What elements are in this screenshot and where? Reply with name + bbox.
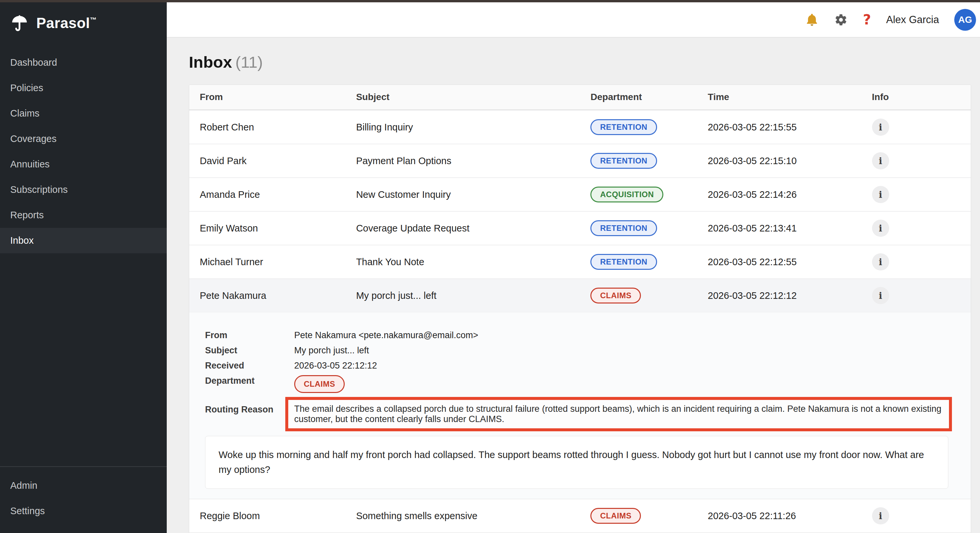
table-row[interactable]: Emily Watson Coverage Update Request RET… <box>189 211 971 245</box>
row-time: 2026-03-05 22:12:12 <box>697 290 861 301</box>
col-header-department: Department <box>580 92 697 102</box>
detail-subject-row: Subject My porch just... left <box>205 345 952 356</box>
info-icon[interactable]: i <box>872 507 889 524</box>
table-row-selected[interactable]: Pete Nakamura My porch just... left CLAI… <box>189 278 971 312</box>
info-icon[interactable]: i <box>872 152 889 169</box>
table-row[interactable]: Robert Chen Billing Inquiry RETENTION 20… <box>189 110 971 144</box>
sidebar-footer: Admin Settings <box>0 466 167 533</box>
sidebar-item-settings[interactable]: Settings <box>0 498 167 524</box>
table-row[interactable]: Michael Turner Thank You Note RETENTION … <box>189 245 971 278</box>
row-from: Emily Watson <box>189 223 345 234</box>
main-area: ? Alex Garcia AG Inbox(11) From Subject … <box>167 2 980 533</box>
table-header: From Subject Department Time Info <box>189 85 971 110</box>
detail-from-value: Pete Nakamura <pete.nakamura@email.com> <box>294 329 478 341</box>
content: Inbox(11) From Subject Department Time I… <box>167 38 980 533</box>
sidebar-item-claims[interactable]: Claims <box>0 101 167 126</box>
sidebar-nav: Dashboard Policies Claims Coverages Annu… <box>0 50 167 253</box>
info-icon[interactable]: i <box>872 119 889 136</box>
info-icon[interactable]: i <box>872 287 889 304</box>
department-badge: CLAIMS <box>590 288 641 304</box>
department-badge: RETENTION <box>590 254 657 270</box>
department-badge: CLAIMS <box>294 375 345 393</box>
detail-from-row: From Pete Nakamura <pete.nakamura@email.… <box>205 329 952 341</box>
sidebar-item-admin[interactable]: Admin <box>0 473 167 498</box>
row-time: 2026-03-05 22:15:55 <box>697 122 861 133</box>
info-glyph: i <box>879 223 882 234</box>
row-time: 2026-03-05 22:13:41 <box>697 223 861 234</box>
info-icon[interactable]: i <box>872 253 889 270</box>
row-time: 2026-03-05 22:12:55 <box>697 256 861 267</box>
detail-subject-value: My porch just... left <box>294 345 369 356</box>
settings-gear-icon[interactable] <box>834 13 848 26</box>
sidebar: Parasol™ Dashboard Policies Claims Cover… <box>0 2 167 533</box>
page-title-text: Inbox <box>189 53 232 71</box>
col-header-info: Info <box>861 92 971 102</box>
email-detail-panel: From Pete Nakamura <pete.nakamura@email.… <box>189 312 971 499</box>
row-subject: Payment Plan Options <box>345 156 580 166</box>
row-from: David Park <box>189 156 345 166</box>
inbox-count: (11) <box>235 53 263 71</box>
table-row[interactable]: David Park Payment Plan Options RETENTIO… <box>189 144 971 177</box>
email-body: Woke up this morning and half my front p… <box>205 436 948 489</box>
info-glyph: i <box>879 122 882 132</box>
notifications-bell-icon[interactable] <box>805 13 819 27</box>
page-title: Inbox(11) <box>189 53 971 71</box>
user-name[interactable]: Alex Garcia <box>886 14 939 26</box>
department-badge: RETENTION <box>590 220 657 236</box>
detail-department-label: Department <box>205 375 294 393</box>
row-from: Amanda Price <box>189 189 345 200</box>
row-time: 2026-03-05 22:15:10 <box>697 156 861 166</box>
department-badge: RETENTION <box>590 153 657 169</box>
sidebar-item-dashboard[interactable]: Dashboard <box>0 50 167 75</box>
info-glyph: i <box>879 257 882 267</box>
inbox-table: From Subject Department Time Info Robert… <box>189 84 971 533</box>
col-header-time: Time <box>697 92 861 102</box>
department-badge: CLAIMS <box>590 508 641 524</box>
row-subject: Billing Inquiry <box>345 122 580 133</box>
info-icon[interactable]: i <box>872 186 889 203</box>
row-subject: Something smells expensive <box>345 511 580 522</box>
window-top-strip <box>0 0 980 2</box>
detail-received-value: 2026-03-05 22:12:12 <box>294 360 377 371</box>
sidebar-item-annuities[interactable]: Annuities <box>0 151 167 177</box>
department-badge: ACQUISITION <box>590 186 663 202</box>
row-from: Reggie Bloom <box>189 511 345 522</box>
row-subject: Thank You Note <box>345 256 580 267</box>
trademark: ™ <box>90 16 97 24</box>
table-row[interactable]: Reggie Bloom Something smells expensive … <box>189 499 971 532</box>
sidebar-item-inbox[interactable]: Inbox <box>0 228 167 253</box>
info-icon[interactable]: i <box>872 220 889 237</box>
info-glyph: i <box>879 511 882 521</box>
info-glyph: i <box>879 189 882 200</box>
row-time: 2026-03-05 22:14:26 <box>697 189 861 200</box>
top-bar: ? Alex Garcia AG <box>167 2 980 38</box>
table-row[interactable]: Amanda Price New Customer Inquiry ACQUIS… <box>189 177 971 211</box>
brand-logo: Parasol™ <box>0 2 167 43</box>
detail-department-row: Department CLAIMS <box>205 375 952 393</box>
umbrella-icon <box>10 14 29 33</box>
routing-reason-highlight-box: The email describes a collapsed porch du… <box>285 397 952 431</box>
col-header-from: From <box>189 92 345 102</box>
detail-routing-row: Routing Reason The email describes a col… <box>205 397 952 431</box>
detail-received-label: Received <box>205 360 294 371</box>
col-header-subject: Subject <box>345 92 580 102</box>
sidebar-item-reports[interactable]: Reports <box>0 202 167 228</box>
row-from: Robert Chen <box>189 122 345 133</box>
help-icon[interactable]: ? <box>863 11 871 28</box>
detail-routing-label: Routing Reason <box>205 397 294 415</box>
row-time: 2026-03-05 22:11:26 <box>697 511 861 522</box>
sidebar-item-subscriptions[interactable]: Subscriptions <box>0 177 167 202</box>
row-subject: Coverage Update Request <box>345 223 580 234</box>
info-glyph: i <box>879 156 882 166</box>
sidebar-item-coverages[interactable]: Coverages <box>0 126 167 151</box>
detail-from-label: From <box>205 329 294 341</box>
detail-received-row: Received 2026-03-05 22:12:12 <box>205 360 952 371</box>
detail-subject-label: Subject <box>205 345 294 356</box>
avatar[interactable]: AG <box>954 9 976 31</box>
info-glyph: i <box>879 291 882 301</box>
row-subject: New Customer Inquiry <box>345 189 580 200</box>
row-subject: My porch just... left <box>345 290 580 301</box>
brand-name: Parasol™ <box>36 15 97 31</box>
sidebar-item-policies[interactable]: Policies <box>0 75 167 101</box>
department-badge: RETENTION <box>590 119 657 135</box>
